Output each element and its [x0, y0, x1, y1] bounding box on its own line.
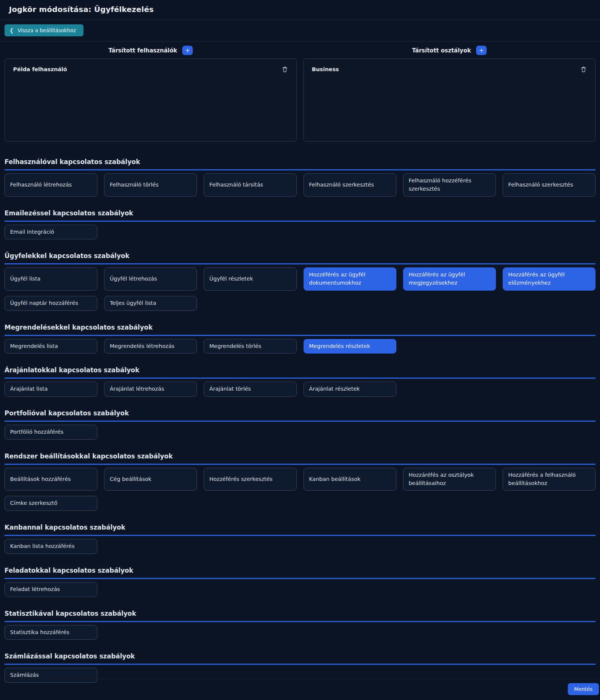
permission-chip[interactable]: Email integráció [4, 225, 97, 240]
permission-chip[interactable]: Felhasználó hozzéférés szerkesztés [403, 173, 496, 197]
linked-panels: Társított felhasználók + Példa felhaszná… [0, 42, 600, 142]
permission-chip[interactable]: Megrendelés részletek [304, 339, 396, 354]
permission-grid: Feladat létrehozás [4, 582, 596, 597]
permission-chip[interactable]: Kanban lista hozzáférés [4, 539, 97, 554]
permission-chip[interactable]: Portfólió hozzáférés [4, 425, 97, 440]
permission-chip[interactable]: Hozzáférés a felhasználó beállításokhoz [503, 468, 596, 491]
permission-chip[interactable]: Felhasználó létrehozás [4, 173, 97, 197]
permission-chip[interactable]: Árajánlat lista [4, 382, 97, 397]
rule-section: Portfolióval kapcsolatos szabályok Portf… [0, 409, 600, 440]
permission-chip[interactable]: Címke szerkesztő [4, 496, 97, 511]
back-to-settings-button[interactable]: ❮ Vissza a beállításokhoz [4, 24, 83, 36]
permission-chip[interactable]: Hozzáférés az ügyfél megjegyzésekhez [403, 267, 496, 291]
panel-box: Példa felhasználó [4, 58, 297, 142]
panel-linked-users: Társított felhasználók + Példa felhaszná… [4, 42, 297, 142]
permission-sections: Felhasználóval kapcsolatos szabályok Fel… [0, 158, 600, 683]
permission-grid: Ügyfél listaÜgyfél létrehozásÜgyfél rész… [4, 267, 596, 310]
chevron-left-icon: ❮ [10, 28, 13, 33]
delete-button[interactable] [579, 65, 588, 73]
rule-section: Számlázással kapcsolatos szabályok Száml… [0, 652, 600, 683]
section-title: Számlázással kapcsolatos szabályok [4, 652, 596, 665]
permission-chip[interactable]: Hozzéférés szerkesztés [204, 468, 296, 491]
page-title: Jogkör módosítása: Ügyfélkezelés [9, 5, 591, 14]
section-title: Kanbannal kapcsolatos szabályok [4, 524, 596, 536]
section-title: Portfolióval kapcsolatos szabályok [4, 409, 596, 422]
section-title: Rendszer beállításokkal kapcsolatos szab… [4, 452, 596, 465]
permission-grid: Kanban lista hozzáférés [4, 539, 596, 554]
list-item: Példa felhasználó [10, 61, 291, 77]
rule-section: Emailezéssel kapcsolatos szabályok Email… [0, 209, 600, 240]
permission-chip[interactable]: Teljes ügyfél lista [104, 296, 197, 311]
permission-chip[interactable]: Statisztika hozzáférés [4, 625, 97, 640]
back-row: ❮ Vissza a beállításokhoz [0, 20, 600, 42]
permission-chip[interactable]: Felhasználó törlés [104, 173, 197, 197]
permission-chip[interactable]: Felhasználó szerkesztés [304, 173, 396, 197]
permission-grid: Megrendelés listaMegrendelés létrehozásM… [4, 339, 596, 354]
rule-section: Statisztikával kapcsolatos szabályok Sta… [0, 610, 600, 640]
list-item-name: Példa felhasználó [13, 66, 67, 72]
add-button[interactable]: + [182, 46, 193, 55]
section-title: Emailezéssel kapcsolatos szabályok [4, 209, 596, 222]
permission-chip[interactable]: Kanban beállítások [304, 468, 396, 491]
permission-chip[interactable]: Felhasználó társítás [204, 173, 296, 197]
list-item: Business [309, 61, 590, 77]
permission-grid: Felhasználó létrehozásFelhasználó törlés… [4, 173, 596, 197]
permission-chip[interactable]: Árajánlat részletek [304, 382, 396, 397]
save-button[interactable]: Mentés [568, 683, 599, 695]
permission-grid: Email integráció [4, 225, 596, 240]
panel-title: Társított felhasználók [109, 47, 177, 54]
rule-section: Kanbannal kapcsolatos szabályok Kanban l… [0, 524, 600, 554]
add-button[interactable]: + [476, 46, 487, 55]
panel-box: Business [303, 58, 596, 142]
permission-grid: Beállítások hozzáférésCég beállításokHoz… [4, 468, 596, 511]
rule-section: Felhasználóval kapcsolatos szabályok Fel… [0, 158, 600, 197]
panel-header: Társított felhasználók + [4, 42, 297, 58]
permission-chip[interactable]: Ügyfél naptár hozzáférés [4, 296, 97, 311]
permission-chip[interactable]: Felhasználó szerkesztés [503, 173, 596, 197]
permission-chip[interactable]: Ügyfél részletek [204, 267, 296, 291]
permission-chip[interactable]: Árajánlat létrehozás [104, 382, 197, 397]
rule-section: Árajánlatokkal kapcsolatos szabályok Ára… [0, 366, 600, 397]
section-title: Statisztikával kapcsolatos szabályok [4, 610, 596, 622]
rule-section: Rendszer beállításokkal kapcsolatos szab… [0, 452, 600, 511]
rule-section: Megrendelésekkel kapcsolatos szabályok M… [0, 324, 600, 354]
rule-section: Ügyfelekkel kapcsolatos szabályok Ügyfél… [0, 252, 600, 310]
permission-chip[interactable]: Megrendelés lista [4, 339, 97, 354]
permission-chip[interactable]: Hozzéférés az ügyfél dokumentumokhoz [304, 267, 396, 291]
panel-title: Társított osztályok [412, 47, 471, 54]
footer: Mentés [0, 679, 600, 700]
permission-chip[interactable]: Árajánlat törlés [204, 382, 296, 397]
permission-grid: Árajánlat listaÁrajánlat létrehozásÁrajá… [4, 382, 596, 397]
panel-linked-departments: Társított osztályok + Business [303, 42, 596, 142]
trash-icon [580, 66, 587, 73]
topbar: Jogkör módosítása: Ügyfélkezelés [0, 0, 600, 20]
back-button-label: Vissza a beállításokhoz [18, 27, 76, 33]
permission-chip[interactable]: Megrendelés törlés [204, 339, 296, 354]
permission-chip[interactable]: Ügyfél lista [4, 267, 97, 291]
plus-icon: + [479, 48, 484, 54]
section-title: Árajánlatokkal kapcsolatos szabályok [4, 366, 596, 379]
permission-chip[interactable]: Beállítások hozzáférés [4, 468, 97, 491]
permission-chip[interactable]: Feladat létrehozás [4, 582, 97, 597]
section-title: Felhasználóval kapcsolatos szabályok [4, 158, 596, 170]
panel-header: Társított osztályok + [303, 42, 596, 58]
section-title: Ügyfelekkel kapcsolatos szabályok [4, 252, 596, 264]
section-title: Megrendelésekkel kapcsolatos szabályok [4, 324, 596, 336]
plus-icon: + [185, 48, 190, 54]
delete-button[interactable] [281, 65, 289, 73]
permission-chip[interactable]: Hozzáférés az ügyfél előzményekhez [503, 267, 596, 291]
rule-section: Feladatokkal kapcsolatos szabályok Felad… [0, 567, 600, 597]
permission-chip[interactable]: Cég beállítások [104, 468, 197, 491]
permission-chip[interactable]: Ügyfél létrehozás [104, 267, 197, 291]
section-title: Feladatokkal kapcsolatos szabályok [4, 567, 596, 579]
trash-icon [281, 66, 288, 73]
permission-grid: Statisztika hozzáférés [4, 625, 596, 640]
list-item-name: Business [312, 66, 339, 72]
permission-grid: Portfólió hozzáférés [4, 425, 596, 440]
permission-chip[interactable]: Hozzáréfés az osztályok beállításaihoz [403, 468, 496, 491]
permission-chip[interactable]: Megrendelés létrehozás [104, 339, 197, 354]
